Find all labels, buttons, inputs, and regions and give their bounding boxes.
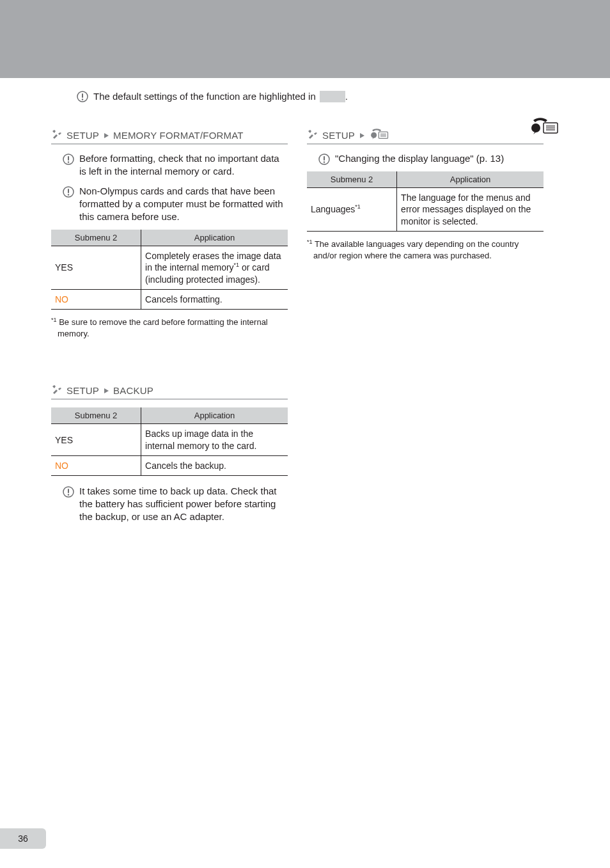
section-backup: SETUP BACKUP Submenu 2 Application YES (51, 384, 288, 523)
footnote-language: *1 The available languages vary dependin… (307, 238, 544, 261)
table-cell-languages: Languages*1 (307, 188, 397, 232)
language-icon (369, 129, 389, 142)
info-icon (318, 154, 330, 165)
intro-line: The default settings of the function are… (77, 90, 559, 103)
table-backup: Submenu 2 Application YES Backs up image… (51, 407, 288, 476)
svg-rect-17 (68, 489, 69, 493)
svg-rect-1 (82, 93, 83, 98)
triangle-icon (103, 385, 109, 396)
section-memory-format: SETUP MEMORY FORMAT/FORMAT Before format… (51, 129, 288, 339)
table-cell-desc: Cancels the backup. (141, 455, 288, 475)
cell-sup: *1 (355, 204, 361, 210)
cell-sup: *1 (234, 262, 240, 269)
breadcrumb-setup: SETUP (66, 130, 99, 141)
table-header-application: Application (141, 407, 288, 424)
info-icon (77, 91, 88, 102)
table-header-row: Submenu 2 Application (51, 230, 288, 246)
cell-text-pre: Languages (311, 204, 355, 214)
table-memory-format: Submenu 2 Application YES Completely era… (51, 230, 288, 310)
footnote-text: The available languages vary depending o… (313, 239, 519, 260)
intro-period: . (345, 90, 348, 103)
table-row: YES Completely erases the image data in … (51, 246, 288, 290)
intro-text: The default settings of the function are… (93, 90, 316, 103)
section-heading-memory-format: SETUP MEMORY FORMAT/FORMAT (51, 129, 288, 145)
table-cell-yes: YES (51, 424, 141, 455)
svg-point-14 (68, 194, 69, 195)
tools-icon (307, 129, 318, 142)
table-cell-desc: Completely erases the image data in the … (141, 246, 288, 290)
breadcrumb-item: BACKUP (113, 385, 153, 396)
note-language: "Changing the display language" (p. 13) (318, 152, 544, 165)
table-header-row: Submenu 2 Application (307, 171, 544, 188)
table-row: NO Cancels the backup. (51, 455, 288, 475)
footnote-text: Be sure to remove the card before format… (58, 317, 268, 338)
info-icon (63, 486, 74, 498)
tools-icon (51, 129, 63, 142)
svg-rect-10 (68, 156, 69, 161)
table-language: Submenu 2 Application Languages*1 The la… (307, 171, 544, 232)
note-format-2: Non-Olympus cards and cards that have be… (63, 185, 288, 224)
footnote-memory-format: *1 Be sure to remove the card before for… (51, 316, 288, 339)
table-cell-desc: Backs up image data in the internal memo… (141, 424, 288, 455)
breadcrumb-item: MEMORY FORMAT/FORMAT (113, 130, 244, 141)
note-text: "Changing the display language" (p. 13) (335, 152, 504, 165)
breadcrumb-setup: SETUP (322, 130, 355, 141)
table-cell-desc: The language for the menus and error mes… (397, 188, 544, 232)
breadcrumb-setup: SETUP (66, 385, 99, 396)
language-icon-large (529, 118, 559, 138)
section-heading-language: SETUP (307, 129, 544, 145)
note-text: Before formatting, check that no importa… (79, 152, 288, 178)
table-header-submenu: Submenu 2 (51, 230, 141, 246)
page-number-text: 36 (18, 833, 28, 844)
svg-marker-8 (104, 133, 109, 138)
footnote-sup: *1 (307, 239, 313, 245)
page-number: 36 (0, 828, 46, 849)
svg-point-11 (68, 161, 69, 162)
table-header-submenu: Submenu 2 (51, 407, 141, 424)
note-text: It takes some time to back up data. Chec… (79, 485, 288, 524)
svg-rect-13 (68, 189, 69, 193)
page: The default settings of the function are… (0, 0, 610, 868)
triangle-icon (103, 130, 109, 141)
left-column: SETUP MEMORY FORMAT/FORMAT Before format… (51, 129, 288, 549)
svg-marker-19 (360, 133, 364, 138)
table-row: NO Cancels formatting. (51, 289, 288, 309)
section-heading-backup: SETUP BACKUP (51, 384, 288, 400)
tools-icon (51, 384, 63, 397)
right-column: SETUP (307, 129, 544, 549)
section-language: SETUP (307, 129, 544, 261)
two-columns: SETUP MEMORY FORMAT/FORMAT Before format… (51, 129, 559, 549)
svg-rect-26 (324, 156, 325, 161)
default-highlight-swatch (320, 91, 345, 102)
table-cell-no: NO (51, 289, 141, 309)
table-row: Languages*1 The language for the menus a… (307, 188, 544, 232)
note-backup: It takes some time to back up data. Chec… (63, 485, 288, 524)
content-area: The default settings of the function are… (0, 90, 610, 549)
table-header-submenu: Submenu 2 (307, 171, 397, 188)
table-header-application: Application (397, 171, 544, 188)
note-text: Non-Olympus cards and cards that have be… (79, 185, 288, 224)
note-format-1: Before formatting, check that no importa… (63, 152, 288, 178)
top-banner (0, 0, 610, 78)
footnote-sup: *1 (51, 317, 57, 323)
svg-marker-15 (104, 388, 109, 393)
table-header-row: Submenu 2 Application (51, 407, 288, 424)
svg-point-18 (68, 494, 69, 495)
table-row: YES Backs up image data in the internal … (51, 424, 288, 455)
info-icon (63, 186, 74, 198)
table-cell-yes: YES (51, 246, 141, 290)
table-cell-desc: Cancels formatting. (141, 289, 288, 309)
svg-point-2 (82, 99, 83, 100)
table-header-application: Application (141, 230, 288, 246)
triangle-icon (359, 130, 365, 141)
table-cell-no: NO (51, 455, 141, 475)
info-icon (63, 154, 74, 165)
svg-point-27 (324, 161, 325, 162)
